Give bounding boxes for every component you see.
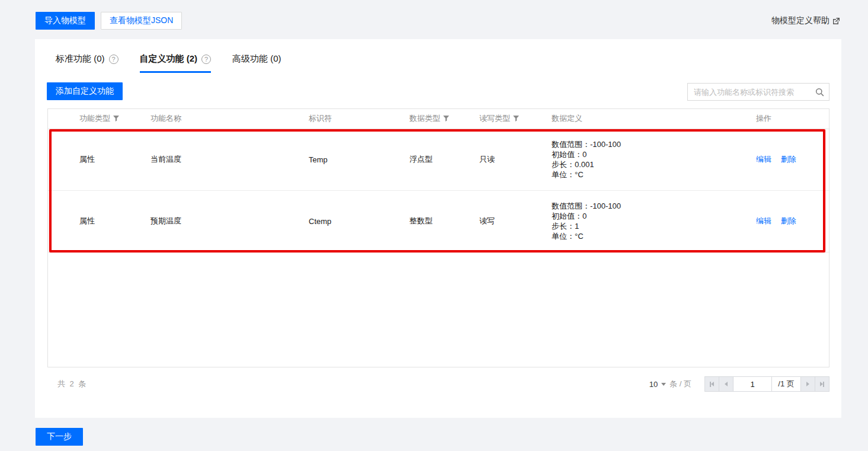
definition-initial: 初始值：0 bbox=[552, 211, 744, 221]
last-page-button[interactable] bbox=[815, 376, 829, 392]
cell-identifier: Ctemp bbox=[297, 190, 398, 252]
add-custom-feature-button[interactable]: 添加自定义功能 bbox=[47, 82, 123, 100]
model-definition-help-link[interactable]: 物模型定义帮助 bbox=[771, 15, 840, 26]
column-header-operation: 操作 bbox=[744, 109, 830, 129]
column-name-label: 功能名称 bbox=[150, 114, 181, 123]
column-rw-type-label: 读写类型 bbox=[479, 114, 510, 123]
next-step-button[interactable]: 下一步 bbox=[36, 428, 83, 446]
cell-identifier: Temp bbox=[297, 129, 398, 190]
top-toolbar: 导入物模型 查看物模型JSON bbox=[36, 12, 182, 30]
tab-advanced-features[interactable]: 高级功能 (0) bbox=[232, 53, 281, 73]
external-link-icon bbox=[832, 17, 840, 25]
column-header-data-type: 数据类型 bbox=[398, 109, 467, 129]
custom-features-table: 功能类型 功能名称 标识符 数据类型 读写类型 数据定义 操作 属性 bbox=[47, 108, 829, 367]
pagination: 10 条 / 页 /1 页 bbox=[649, 376, 829, 392]
total-count-label: 共 2 条 bbox=[47, 379, 87, 389]
filter-icon[interactable] bbox=[513, 114, 519, 123]
column-header-identifier: 标识符 bbox=[297, 109, 398, 129]
cell-operation: 编辑 删除 bbox=[744, 129, 830, 190]
search-icon[interactable] bbox=[815, 88, 824, 97]
table-header-row: 功能类型 功能名称 标识符 数据类型 读写类型 数据定义 操作 bbox=[48, 109, 830, 129]
definition-initial: 初始值：0 bbox=[552, 149, 744, 159]
page-number-input[interactable] bbox=[734, 380, 771, 389]
tab-custom-label: 自定义功能 (2) bbox=[140, 53, 198, 65]
definition-step: 步长：0.001 bbox=[552, 159, 744, 169]
question-circle-icon[interactable]: ? bbox=[109, 55, 118, 64]
column-header-name: 功能名称 bbox=[139, 109, 297, 129]
page-button-group: /1 页 bbox=[704, 376, 829, 392]
edit-link[interactable]: 编辑 bbox=[756, 216, 771, 225]
delete-link[interactable]: 删除 bbox=[781, 155, 796, 164]
table-footer: 共 2 条 10 条 / 页 /1 页 bbox=[47, 372, 829, 396]
previous-page-icon bbox=[725, 382, 728, 386]
page-total-text: /1 页 bbox=[778, 379, 794, 389]
page-size-select[interactable]: 10 条 / 页 bbox=[649, 379, 691, 389]
table-row-ctemp: 属性 预期温度 Ctemp 整数型 读写 数值范围：-100-100 初始值：0… bbox=[48, 190, 830, 252]
cell-type: 属性 bbox=[48, 129, 139, 190]
feature-tabs: 标准功能 (0) ? 自定义功能 (2) ? 高级功能 (0) bbox=[56, 53, 303, 73]
page-size-suffix: 条 / 页 bbox=[670, 379, 691, 389]
first-page-icon bbox=[711, 382, 714, 386]
tab-custom-features[interactable]: 自定义功能 (2) ? bbox=[140, 53, 212, 73]
cell-name: 预期温度 bbox=[139, 190, 297, 252]
column-header-type: 功能类型 bbox=[48, 109, 139, 129]
cell-rw-type: 只读 bbox=[467, 129, 540, 190]
cell-data-type: 整数型 bbox=[398, 190, 467, 252]
help-link-label: 物模型定义帮助 bbox=[771, 15, 829, 26]
column-data-type-label: 数据类型 bbox=[409, 114, 440, 123]
edit-link[interactable]: 编辑 bbox=[756, 155, 771, 164]
column-type-label: 功能类型 bbox=[79, 114, 110, 123]
cell-definition: 数值范围：-100-100 初始值：0 步长：0.001 单位：°C bbox=[540, 129, 744, 190]
feature-search-box bbox=[687, 83, 829, 101]
tab-standard-label: 标准功能 (0) bbox=[56, 53, 105, 65]
search-input[interactable] bbox=[688, 88, 815, 97]
cell-operation: 编辑 删除 bbox=[744, 190, 830, 252]
cell-data-type: 浮点型 bbox=[398, 129, 467, 190]
chevron-down-icon bbox=[661, 383, 666, 386]
filter-icon[interactable] bbox=[443, 114, 449, 123]
column-header-rw-type: 读写类型 bbox=[467, 109, 540, 129]
thing-model-card: 标准功能 (0) ? 自定义功能 (2) ? 高级功能 (0) 添加自定义功能 bbox=[35, 39, 841, 418]
tab-standard-features[interactable]: 标准功能 (0) ? bbox=[56, 53, 118, 73]
page-size-value: 10 bbox=[649, 380, 658, 389]
view-model-json-button[interactable]: 查看物模型JSON bbox=[101, 12, 182, 30]
tab-advanced-label: 高级功能 (0) bbox=[232, 53, 281, 65]
column-definition-label: 数据定义 bbox=[552, 114, 582, 123]
table-row-temp: 属性 当前温度 Temp 浮点型 只读 数值范围：-100-100 初始值：0 … bbox=[48, 129, 830, 190]
cell-rw-type: 读写 bbox=[467, 190, 540, 252]
filter-icon[interactable] bbox=[113, 114, 119, 123]
first-page-button[interactable] bbox=[704, 376, 719, 392]
page-total-label: /1 页 bbox=[771, 376, 801, 392]
delete-link[interactable]: 删除 bbox=[781, 216, 796, 225]
definition-range: 数值范围：-100-100 bbox=[552, 139, 744, 149]
import-model-button[interactable]: 导入物模型 bbox=[36, 12, 95, 30]
cell-type: 属性 bbox=[48, 190, 139, 252]
cell-definition: 数值范围：-100-100 初始值：0 步长：1 单位：°C bbox=[540, 190, 744, 252]
column-header-definition: 数据定义 bbox=[540, 109, 744, 129]
definition-unit: 单位：°C bbox=[552, 231, 744, 241]
definition-range: 数值范围：-100-100 bbox=[552, 201, 744, 211]
column-identifier-label: 标识符 bbox=[309, 114, 332, 123]
page-number-input-box bbox=[733, 376, 772, 392]
next-page-icon bbox=[806, 382, 809, 386]
previous-page-button[interactable] bbox=[719, 376, 734, 392]
cell-name: 当前温度 bbox=[139, 129, 297, 190]
last-page-icon bbox=[823, 382, 824, 387]
definition-unit: 单位：°C bbox=[552, 169, 744, 180]
question-circle-icon[interactable]: ? bbox=[201, 55, 211, 64]
next-page-button[interactable] bbox=[800, 376, 815, 392]
definition-step: 步长：1 bbox=[552, 221, 744, 231]
column-operation-label: 操作 bbox=[756, 114, 771, 123]
